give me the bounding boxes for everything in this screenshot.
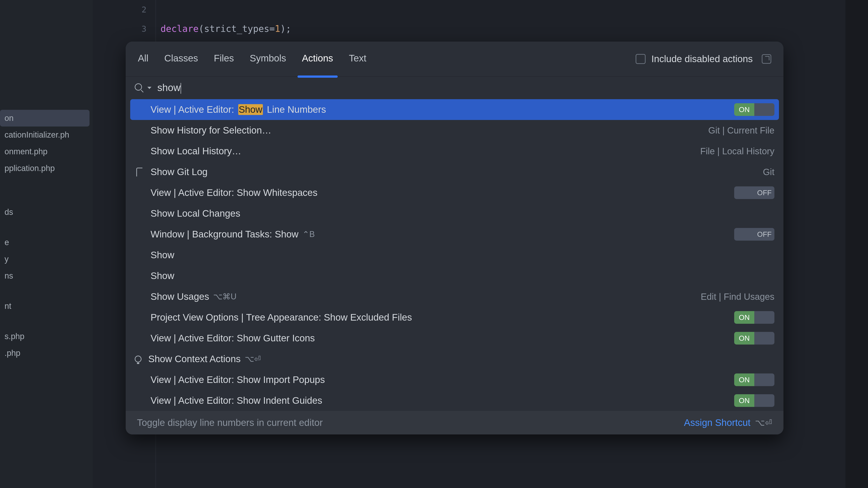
toggle-switch[interactable]: OFF: [734, 186, 774, 199]
sidebar-item[interactable]: ns: [0, 267, 93, 284]
code-number: 1: [275, 24, 280, 34]
toggle-switch[interactable]: ON: [734, 311, 774, 324]
result-row[interactable]: Project View Options | Tree Appearance: …: [126, 307, 783, 328]
result-row[interactable]: View | Active Editor: Show WhitespacesOF…: [126, 182, 783, 203]
result-label: Show: [151, 250, 774, 260]
search-value: show: [157, 82, 181, 93]
right-margin: [845, 0, 868, 488]
result-row[interactable]: Show Git LogGit: [126, 162, 783, 182]
result-row[interactable]: Show: [126, 265, 783, 286]
tab-files[interactable]: Files: [214, 53, 234, 65]
tab-symbols[interactable]: Symbols: [250, 53, 286, 65]
result-row[interactable]: Show Usages⌥⌘UEdit | Find Usages: [126, 286, 783, 307]
popout-icon[interactable]: [762, 54, 771, 64]
tab-classes[interactable]: Classes: [164, 53, 198, 65]
results-list: View | Active Editor: Show Line NumbersO…: [126, 99, 783, 411]
result-row[interactable]: Show Local Changes: [126, 203, 783, 224]
result-label: Project View Options | Tree Appearance: …: [151, 312, 727, 323]
result-meta: Edit | Find Usages: [701, 292, 774, 302]
sidebar-item[interactable]: pplication.php: [0, 160, 93, 177]
search-row: show: [126, 76, 783, 99]
search-input[interactable]: show: [157, 82, 774, 94]
result-row[interactable]: Window | Background Tasks: Show⌃BOFF: [126, 224, 783, 245]
result-row[interactable]: Show Context Actions⌥⏎: [126, 349, 783, 369]
result-meta: Git | Current File: [708, 125, 774, 135]
toggle-switch[interactable]: ON: [734, 332, 774, 345]
toggle-switch[interactable]: ON: [734, 373, 774, 386]
sidebar-item[interactable]: s.php: [0, 328, 93, 345]
include-disabled-checkbox[interactable]: Include disabled actions: [636, 54, 753, 64]
result-row[interactable]: View | Active Editor: Show Indent Guides…: [126, 390, 783, 411]
line-number: 2: [93, 0, 156, 19]
result-label: View | Active Editor: Show Whitespaces: [151, 187, 727, 198]
sidebar-item[interactable]: nt: [0, 298, 93, 315]
result-label: Show Local Changes: [151, 208, 774, 219]
result-label: Window | Background Tasks: Show⌃B: [151, 229, 727, 240]
code-keyword: declare: [160, 24, 199, 34]
result-label: Show Context Actions⌥⏎: [148, 354, 774, 364]
result-label: View | Active Editor: Show Gutter Icons: [151, 333, 727, 344]
shortcut-label: ⌥⌘U: [213, 292, 237, 301]
result-row[interactable]: Show History for Selection…Git | Current…: [126, 120, 783, 141]
code-text: (strict_types=: [199, 24, 275, 34]
result-label: Show Local History…: [151, 146, 693, 157]
toggle-switch[interactable]: ON: [734, 394, 774, 407]
search-icon: [135, 84, 144, 92]
footer-hint: Toggle display line numbers in current e…: [137, 417, 684, 428]
result-row[interactable]: View | Active Editor: Show Import Popups…: [126, 369, 783, 390]
code-text: );: [280, 24, 291, 34]
sidebar-item[interactable]: y: [0, 251, 93, 267]
sidebar-item[interactable]: ds: [0, 204, 93, 221]
result-meta: File | Local History: [700, 146, 774, 156]
result-label: Show Usages⌥⌘U: [151, 291, 694, 302]
project-sidebar: oncationInitializer.phonment.phppplicati…: [0, 0, 93, 488]
shortcut-label: ⌥⏎: [245, 354, 261, 364]
search-options-chevron-icon[interactable]: [147, 87, 151, 89]
result-label: Show Git Log: [151, 166, 756, 177]
tab-all[interactable]: All: [138, 53, 149, 65]
checkbox-icon: [636, 54, 646, 64]
include-disabled-label: Include disabled actions: [651, 54, 753, 64]
text-caret: [181, 83, 181, 94]
sidebar-item[interactable]: on: [0, 110, 90, 127]
tabs-row: AllClassesFilesSymbolsActionsText Includ…: [126, 41, 783, 76]
sidebar-item[interactable]: e: [0, 234, 93, 251]
result-row[interactable]: Show Local History…File | Local History: [126, 141, 783, 162]
branch-icon: [135, 167, 144, 176]
line-number: 3: [93, 19, 156, 38]
search-everywhere-popup: AllClassesFilesSymbolsActionsText Includ…: [126, 41, 783, 434]
assign-shortcut-link[interactable]: Assign Shortcut: [684, 417, 750, 428]
sidebar-item[interactable]: .php: [0, 345, 93, 361]
result-label: View | Active Editor: Show Indent Guides: [151, 395, 727, 406]
tab-actions[interactable]: Actions: [302, 53, 333, 65]
result-row[interactable]: View | Active Editor: Show Line NumbersO…: [130, 99, 779, 120]
toggle-switch[interactable]: ON: [734, 103, 774, 116]
sidebar-item[interactable]: cationInitializer.ph: [0, 127, 93, 143]
bulb-icon: [135, 356, 142, 362]
result-label: Show: [151, 270, 774, 281]
popup-footer: Toggle display line numbers in current e…: [126, 411, 783, 434]
result-label: View | Active Editor: Show Line Numbers: [151, 104, 727, 115]
sidebar-item[interactable]: onment.php: [0, 143, 93, 160]
result-label: Show History for Selection…: [151, 125, 702, 136]
toggle-switch[interactable]: OFF: [734, 228, 774, 240]
result-row[interactable]: Show: [126, 245, 783, 265]
tab-text[interactable]: Text: [349, 53, 366, 65]
shortcut-label: ⌃B: [303, 230, 315, 239]
footer-shortcut: ⌥⏎: [755, 418, 772, 428]
result-meta: Git: [763, 167, 774, 177]
result-row[interactable]: View | Active Editor: Show Gutter IconsO…: [126, 328, 783, 349]
result-label: View | Active Editor: Show Import Popups: [151, 375, 727, 385]
